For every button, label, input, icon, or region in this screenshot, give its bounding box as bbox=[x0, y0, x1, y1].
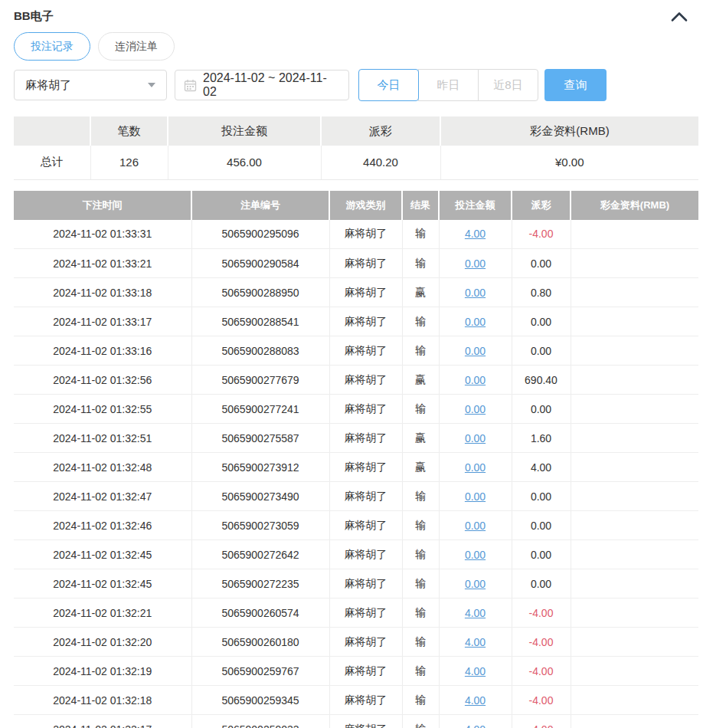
bet-amount-link[interactable]: 0.00 bbox=[465, 287, 486, 299]
table-row: 2024-11-02 01:33:17 5065900288541 麻将胡了 输… bbox=[14, 307, 698, 336]
bonus-cell bbox=[571, 220, 698, 249]
bet-amount-link[interactable]: 4.00 bbox=[465, 694, 486, 707]
result-cell: 输 bbox=[402, 336, 439, 366]
range-last8days-button[interactable]: 近8日 bbox=[478, 69, 538, 101]
bet-amount-link[interactable]: 0.00 bbox=[465, 257, 486, 270]
payout-cell: -4.00 bbox=[512, 715, 571, 728]
game-type-cell: 麻将胡了 bbox=[329, 686, 402, 715]
bet-time-cell: 2024-11-02 01:32:47 bbox=[14, 482, 191, 511]
summary-col-count: 笔数 bbox=[90, 116, 168, 146]
bet-amount-link[interactable]: 0.00 bbox=[465, 374, 486, 386]
summary-col-bonus: 彩金资料(RMB) bbox=[440, 116, 698, 146]
bet-amount-cell: 4.00 bbox=[439, 628, 512, 657]
bet-amount-cell: 0.00 bbox=[439, 249, 512, 278]
order-number-cell: 5065900259767 bbox=[191, 657, 329, 686]
table-row: 2024-11-02 01:32:46 5065900273059 麻将胡了 输… bbox=[14, 511, 698, 540]
result-cell: 输 bbox=[402, 715, 439, 728]
bet-amount-link[interactable]: 0.00 bbox=[465, 432, 486, 444]
order-number-cell: 5065900260180 bbox=[191, 628, 329, 657]
bet-amount-cell: 0.00 bbox=[439, 336, 512, 366]
tab-bet-records[interactable]: 投注记录 bbox=[14, 32, 90, 61]
game-select[interactable]: 麻将胡了 bbox=[14, 70, 167, 100]
bet-amount-link[interactable]: 0.00 bbox=[465, 403, 486, 415]
bet-time-cell: 2024-11-02 01:33:17 bbox=[14, 307, 191, 336]
payout-cell: -4.00 bbox=[512, 628, 571, 657]
records-col-order: 注单编号 bbox=[191, 191, 329, 220]
game-type-cell: 麻将胡了 bbox=[329, 715, 402, 728]
bonus-cell bbox=[571, 686, 698, 715]
collapse-panel-button[interactable] bbox=[669, 9, 689, 24]
bet-time-cell: 2024-11-02 01:33:18 bbox=[14, 278, 191, 307]
summary-table: 笔数 投注金额 派彩 彩金资料(RMB) 总计 126 456.00 440.2… bbox=[14, 116, 698, 180]
order-number-cell: 5065900259033 bbox=[191, 715, 329, 728]
bet-amount-link[interactable]: 4.00 bbox=[465, 665, 486, 677]
bet-time-cell: 2024-11-02 01:32:18 bbox=[14, 686, 191, 715]
bet-amount-link[interactable]: 0.00 bbox=[465, 520, 486, 532]
range-yesterday-button[interactable]: 昨日 bbox=[418, 69, 479, 101]
bonus-cell bbox=[571, 657, 698, 686]
payout-cell: 0.00 bbox=[512, 336, 571, 366]
bet-amount-link[interactable]: 0.00 bbox=[465, 461, 486, 474]
order-number-cell: 5065900288541 bbox=[191, 307, 329, 336]
records-col-bonus: 彩金资料(RMB) bbox=[571, 191, 698, 220]
table-row: 2024-11-02 01:32:48 5065900273912 麻将胡了 赢… bbox=[14, 453, 698, 482]
bet-amount-cell: 4.00 bbox=[439, 686, 512, 715]
order-number-cell: 5065900277241 bbox=[191, 395, 329, 424]
bet-time-cell: 2024-11-02 01:32:45 bbox=[14, 540, 191, 569]
tab-cancelled-orders[interactable]: 连消注单 bbox=[98, 32, 175, 61]
game-type-cell: 麻将胡了 bbox=[329, 598, 402, 628]
order-number-cell: 5065900260574 bbox=[191, 598, 329, 628]
order-number-cell: 5065900288083 bbox=[191, 336, 329, 366]
records-col-payout: 派彩 bbox=[512, 191, 571, 220]
payout-cell: -4.00 bbox=[512, 598, 571, 628]
bet-amount-link[interactable]: 0.00 bbox=[465, 549, 486, 561]
result-cell: 输 bbox=[402, 628, 439, 657]
bet-time-cell: 2024-11-02 01:32:51 bbox=[14, 424, 191, 453]
bet-amount-cell: 0.00 bbox=[439, 540, 512, 569]
game-type-cell: 麻将胡了 bbox=[329, 424, 402, 453]
range-today-button[interactable]: 今日 bbox=[358, 69, 419, 101]
records-col-time: 下注时间 bbox=[14, 191, 191, 220]
payout-cell: 0.00 bbox=[512, 482, 571, 511]
summary-col-bet-amount: 投注金额 bbox=[168, 116, 321, 146]
caret-down-icon bbox=[148, 83, 155, 87]
bet-amount-cell: 0.00 bbox=[439, 424, 512, 453]
game-type-cell: 麻将胡了 bbox=[329, 366, 402, 395]
bet-amount-link[interactable]: 4.00 bbox=[465, 607, 486, 619]
bet-amount-link[interactable]: 0.00 bbox=[465, 578, 486, 590]
summary-col-blank bbox=[14, 116, 90, 146]
table-row: 2024-11-02 01:32:47 5065900273490 麻将胡了 输… bbox=[14, 482, 698, 511]
bet-time-cell: 2024-11-02 01:33:16 bbox=[14, 336, 191, 366]
game-type-cell: 麻将胡了 bbox=[329, 249, 402, 278]
bet-amount-link[interactable]: 0.00 bbox=[465, 316, 486, 328]
order-number-cell: 5065900288950 bbox=[191, 278, 329, 307]
date-range-input[interactable]: 2024-11-02 ~ 2024-11-02 bbox=[175, 70, 349, 100]
bet-amount-link[interactable]: 4.00 bbox=[465, 228, 486, 240]
bet-amount-cell: 0.00 bbox=[439, 511, 512, 540]
summary-total-bet-amount: 456.00 bbox=[168, 146, 321, 179]
table-row: 2024-11-02 01:32:21 5065900260574 麻将胡了 输… bbox=[14, 598, 698, 628]
result-cell: 输 bbox=[402, 249, 439, 278]
query-button[interactable]: 查询 bbox=[544, 69, 607, 101]
bet-amount-link[interactable]: 4.00 bbox=[465, 723, 486, 728]
page-title: BB电子 bbox=[14, 9, 54, 24]
table-row: 2024-11-02 01:32:19 5065900259767 麻将胡了 输… bbox=[14, 657, 698, 686]
game-type-cell: 麻将胡了 bbox=[329, 540, 402, 569]
result-cell: 赢 bbox=[402, 453, 439, 482]
result-cell: 输 bbox=[402, 220, 439, 249]
bonus-cell bbox=[571, 278, 698, 307]
table-row: 2024-11-02 01:32:18 5065900259345 麻将胡了 输… bbox=[14, 686, 698, 715]
payout-cell: -4.00 bbox=[512, 686, 571, 715]
bet-amount-link[interactable]: 0.00 bbox=[465, 490, 486, 503]
result-cell: 输 bbox=[402, 540, 439, 569]
bonus-cell bbox=[571, 540, 698, 569]
bonus-cell bbox=[571, 482, 698, 511]
summary-total-row: 总计 126 456.00 440.20 ¥0.00 bbox=[14, 146, 698, 179]
result-cell: 赢 bbox=[402, 366, 439, 395]
bet-time-cell: 2024-11-02 01:32:48 bbox=[14, 453, 191, 482]
bet-amount-link[interactable]: 4.00 bbox=[465, 636, 486, 648]
records-table: 下注时间 注单编号 游戏类别 结果 投注金额 派彩 彩金资料(RMB) 2024… bbox=[14, 191, 698, 728]
bet-amount-link[interactable]: 0.00 bbox=[465, 345, 486, 357]
table-row: 2024-11-02 01:33:16 5065900288083 麻将胡了 输… bbox=[14, 336, 698, 366]
order-number-cell: 5065900273912 bbox=[191, 453, 329, 482]
